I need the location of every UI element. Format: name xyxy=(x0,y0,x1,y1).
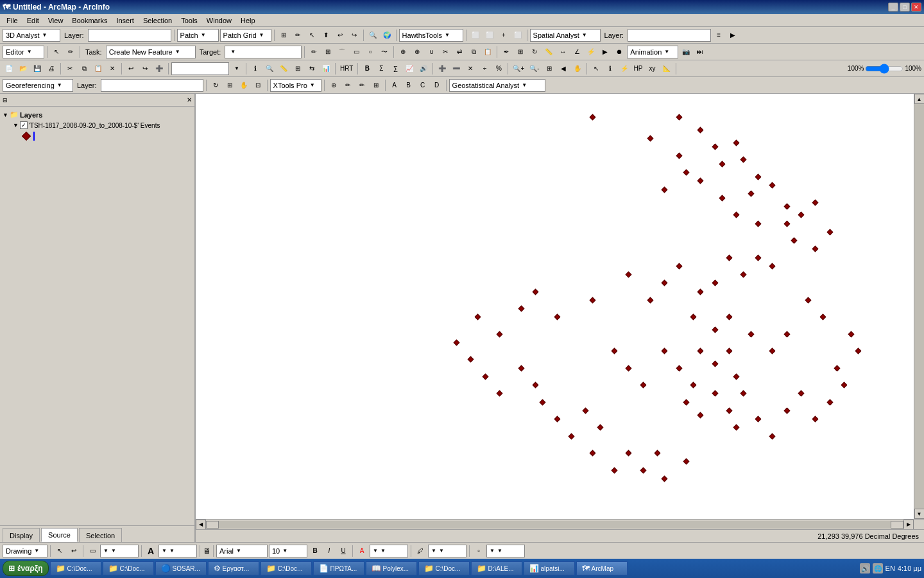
menu-view[interactable]: View xyxy=(44,16,67,25)
tb-vert2[interactable]: ✏ xyxy=(341,79,354,92)
window-controls[interactable]: _ □ ✕ xyxy=(888,3,921,12)
taskbar-item-4[interactable]: 📁 C:\Doc... xyxy=(261,561,312,575)
tb-cam[interactable]: 📷 xyxy=(680,46,692,58)
tb-xtoolsB[interactable]: B xyxy=(402,79,415,92)
tb-zoomin2[interactable]: 🔍+ xyxy=(511,62,526,75)
tb-angle[interactable]: ∠ xyxy=(570,46,583,58)
tb-italic[interactable]: I xyxy=(323,545,336,557)
tb-icon1[interactable]: ⊞ xyxy=(277,29,290,42)
group-expand[interactable]: ▼ xyxy=(3,112,8,118)
tb-scalep[interactable]: ⊞ xyxy=(223,79,236,92)
tb-scale-dropdown[interactable]: ▼ xyxy=(230,62,243,75)
tb-underline[interactable]: U xyxy=(337,545,350,557)
spatial-analyst-dropdown[interactable]: Spatial Analyst xyxy=(530,29,601,42)
tb-div[interactable]: ÷ xyxy=(478,62,491,75)
geostat-dropdown[interactable]: Geostatistical Analyst xyxy=(449,79,545,92)
xtools-dropdown[interactable]: XTools Pro xyxy=(270,79,321,92)
tb-circ[interactable]: ○ xyxy=(364,46,377,58)
taskbar-item-8[interactable]: 📁 D:\ALE... xyxy=(471,561,522,575)
tb-xtoolsD[interactable]: D xyxy=(431,79,443,92)
tb-trace[interactable]: ↻ xyxy=(528,46,541,58)
taskbar-volume-icon[interactable]: 🔊 xyxy=(860,563,870,574)
layer-checkbox[interactable] xyxy=(20,121,28,129)
layer-expand[interactable]: ▼ xyxy=(13,122,19,128)
scale-input[interactable]: 1:47,128 xyxy=(171,62,229,75)
highlight-dropdown[interactable]: ▼ xyxy=(428,545,466,557)
scroll-track-h[interactable] xyxy=(219,521,891,529)
tb-times[interactable]: ✕ xyxy=(464,62,477,75)
drawing-dropdown[interactable]: Drawing xyxy=(3,545,47,557)
start-button[interactable]: ⊞ έναρξη xyxy=(3,561,49,576)
tb-zoomout2[interactable]: 🔍- xyxy=(527,62,541,75)
tb-print[interactable]: 🖨 xyxy=(45,62,58,75)
patch-dropdown[interactable]: Patch xyxy=(177,29,219,42)
tb-dist[interactable]: ↔ xyxy=(556,46,569,58)
tb-edit-arrow[interactable]: ↖ xyxy=(50,46,63,58)
tb-icon7[interactable]: 🔍 xyxy=(366,29,379,42)
tb-overview[interactable]: ⊞ xyxy=(291,62,304,75)
anim-dropdown[interactable]: Animation xyxy=(627,46,678,58)
text-dropdown[interactable]: ▼ xyxy=(158,545,197,557)
tb-plus[interactable]: ➕ xyxy=(436,62,449,75)
tb-skip[interactable]: ⏭ xyxy=(694,46,706,58)
scroll-right-button[interactable]: ▶ xyxy=(903,520,914,530)
editor-dropdown[interactable]: Editor xyxy=(3,46,44,58)
tb-icon5[interactable]: ↩ xyxy=(334,29,346,42)
taskbar-item-5[interactable]: 📄 ΠΡΩΤΑ... xyxy=(313,561,364,575)
tb-spatial2[interactable]: ▶ xyxy=(726,29,739,42)
layer1-input[interactable] xyxy=(88,29,171,42)
tb-adddata[interactable]: ➕ xyxy=(153,62,166,75)
tb-icon3[interactable]: ↖ xyxy=(305,29,318,42)
scroll-up-button[interactable]: ▲ xyxy=(914,94,925,104)
tb-icon8[interactable]: 🌍 xyxy=(381,29,393,42)
scroll-down-button[interactable]: ▼ xyxy=(914,509,925,519)
menu-help[interactable]: Help xyxy=(237,16,259,25)
tb-ruler[interactable]: 📏 xyxy=(542,46,555,58)
tb-copy2[interactable]: ⧉ xyxy=(78,62,90,75)
tb-cut[interactable]: ✂ xyxy=(64,62,76,75)
font-color-dropdown[interactable]: ▼ xyxy=(370,545,408,557)
taskbar-item-1[interactable]: 📁 C:\Doc... xyxy=(103,561,154,575)
maximize-button[interactable]: □ xyxy=(900,3,910,12)
tb-open[interactable]: 📂 xyxy=(17,62,30,75)
tb-freehand[interactable]: 〜 xyxy=(378,46,391,58)
tb-swipe[interactable]: ⇆ xyxy=(305,62,318,75)
tb-flip[interactable]: ⇄ xyxy=(453,46,466,58)
tb-pi[interactable]: ∑ xyxy=(389,62,402,75)
tb-measure2[interactable]: 📐 xyxy=(660,62,673,75)
tb-text-A[interactable]: A xyxy=(144,545,157,557)
tb-vertex[interactable]: ⊞ xyxy=(321,46,334,58)
tb-arrow[interactable]: ↖ xyxy=(590,62,603,75)
tb-snap[interactable]: ⊕ xyxy=(397,46,409,58)
georef-dropdown[interactable]: Georeferencing xyxy=(3,79,73,92)
tb-icon2[interactable]: ✏ xyxy=(291,29,304,42)
tb-hrt[interactable]: HRT xyxy=(338,62,355,75)
taskbar-item-7[interactable]: 📁 C:\Doc... xyxy=(418,561,470,575)
map-main[interactable] xyxy=(196,94,914,519)
tb-rotatep[interactable]: ↻ xyxy=(209,79,222,92)
tb-pct[interactable]: % xyxy=(492,62,505,75)
tab-selection[interactable]: Selection xyxy=(79,528,122,542)
tb-snap2[interactable]: ⊕ xyxy=(411,46,424,58)
tb-spatial1[interactable]: ≡ xyxy=(712,29,725,42)
tb-shadow[interactable]: ▫ xyxy=(472,545,485,557)
tb-undo[interactable]: ↩ xyxy=(124,62,137,75)
close-button[interactable]: ✕ xyxy=(911,3,921,12)
layer2-input[interactable] xyxy=(628,29,711,42)
tb-new[interactable]: 📄 xyxy=(3,62,15,75)
taskbar-item-9[interactable]: 📊 alpatsi... xyxy=(524,561,575,575)
tb-graph[interactable]: 📈 xyxy=(403,62,416,75)
tb-copy[interactable]: ⧉ xyxy=(467,46,480,58)
tb-search[interactable]: 🔍 xyxy=(263,62,276,75)
tb-flash2[interactable]: ⚡ xyxy=(618,62,631,75)
zoom-slider[interactable] xyxy=(865,64,903,73)
tb-info2[interactable]: ℹ xyxy=(604,62,617,75)
tb-union[interactable]: ∪ xyxy=(425,46,438,58)
tb-anim-btn[interactable]: ▶ xyxy=(599,46,612,58)
tab-source[interactable]: Source xyxy=(41,528,78,542)
taskbar-item-2[interactable]: 🔵 SOSAR... xyxy=(155,561,207,575)
tb-select4[interactable]: ⬜ xyxy=(511,29,524,42)
menu-file[interactable]: File xyxy=(3,16,22,25)
tb-sound[interactable]: 🔊 xyxy=(417,62,430,75)
tb-histogram[interactable]: 📊 xyxy=(320,62,332,75)
